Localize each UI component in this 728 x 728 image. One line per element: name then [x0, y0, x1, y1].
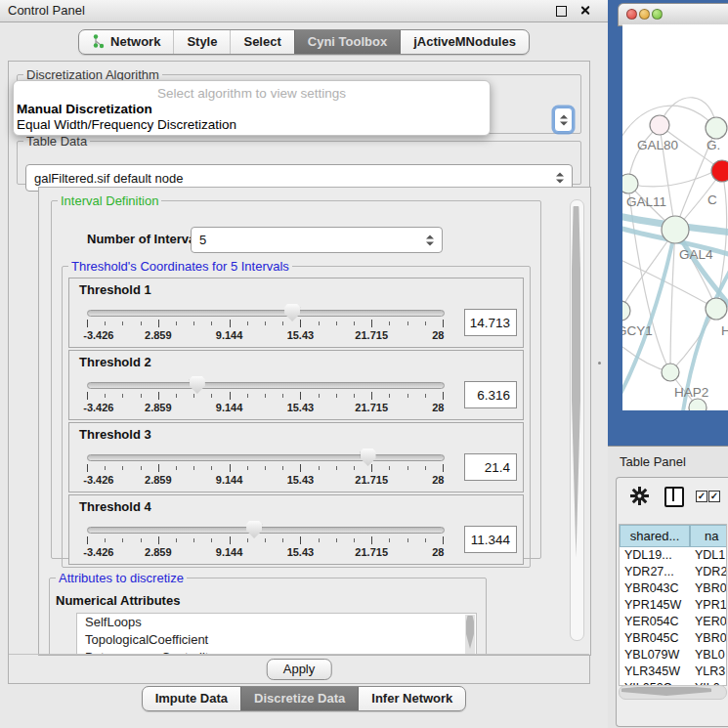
tick-label: 21.715: [355, 546, 388, 558]
table-header: shared... na: [620, 525, 727, 548]
table-panel-title: Table Panel: [620, 454, 686, 469]
slider-track[interactable]: [87, 382, 445, 389]
node-gal4[interactable]: [662, 216, 689, 243]
table-row[interactable]: YBR045CYBR0: [620, 631, 727, 648]
dropdown-option[interactable]: Equal Width/Frequency Discretization: [17, 117, 236, 132]
network-icon: [92, 34, 105, 49]
column-settings-icon[interactable]: [664, 487, 684, 507]
cell-shared-name: YER054C: [624, 615, 679, 628]
table-row[interactable]: YPR145WYPR1: [620, 598, 727, 615]
apply-row: Apply: [9, 654, 589, 684]
split-pane-handle[interactable]: [598, 362, 601, 364]
node-right-mid[interactable]: [706, 298, 727, 320]
tick-label: -3.426: [83, 329, 113, 341]
gear-icon[interactable]: [630, 487, 649, 505]
table-row[interactable]: YLR345WYLR3: [620, 664, 727, 681]
node-top-right[interactable]: [706, 117, 727, 139]
tab-infer-network[interactable]: Infer Network: [358, 687, 465, 710]
attributes-group: Attributes to discretize Numerical Attri…: [49, 571, 487, 656]
tab-impute-data[interactable]: Impute Data: [143, 687, 240, 710]
close-icon[interactable]: [579, 5, 590, 16]
slider-ticks: [87, 392, 443, 400]
apply-button[interactable]: Apply: [267, 659, 332, 680]
column-header[interactable]: shared...: [620, 525, 690, 547]
node-label: GAL11: [626, 194, 666, 209]
attribute-item[interactable]: SelfLoops: [77, 614, 476, 631]
close-traffic-light-icon[interactable]: [626, 9, 637, 20]
cell-name: YER0: [695, 615, 727, 628]
tick-label: 28: [432, 546, 444, 558]
slider-tick-labels: -3.4262.8599.14415.4321.71528: [87, 474, 443, 487]
slider-ticks: [87, 536, 443, 544]
table-row[interactable]: YBR043CYBR0: [620, 581, 727, 598]
tick-label: 2.859: [145, 474, 172, 486]
scrollbar-thumb[interactable]: [572, 206, 580, 558]
threshold-value-field[interactable]: 21.4: [464, 453, 517, 481]
threshold-panel: Threshold 4-3.4262.8599.14415.4321.71528…: [68, 494, 524, 565]
column-header[interactable]: na: [690, 525, 727, 547]
cell-shared-name: YBL079W: [624, 648, 679, 662]
vertical-scrollbar[interactable]: [570, 199, 584, 641]
threshold-panel: Threshold 2-3.4262.8599.14415.4321.71528…: [68, 350, 524, 420]
slider-track[interactable]: [87, 527, 445, 534]
tick-label: 9.144: [216, 474, 243, 486]
node-hap2[interactable]: [662, 364, 679, 381]
network-window-titlebar[interactable]: [618, 3, 728, 26]
thresholds-container: Threshold 1-3.4262.8599.14415.4321.71528…: [63, 278, 530, 565]
node-gcy1[interactable]: [622, 301, 630, 321]
threshold-slider[interactable]: -3.4262.8599.14415.4321.71528: [87, 495, 443, 564]
tick-label: -3.426: [83, 474, 113, 486]
slider-track[interactable]: [87, 454, 445, 461]
minimize-traffic-light-icon[interactable]: [639, 9, 650, 20]
node-table[interactable]: shared... na YDL19...YDL1YDR27...YDR2YBR…: [619, 524, 727, 686]
float-window-icon[interactable]: [556, 6, 567, 17]
node-gal80[interactable]: [650, 115, 669, 135]
node-red[interactable]: [711, 160, 728, 182]
algorithm-dropdown-button[interactable]: [554, 107, 573, 132]
slider-track[interactable]: [87, 310, 445, 317]
scrollbar-thumb[interactable]: [621, 687, 711, 696]
tab-select[interactable]: Select: [230, 30, 293, 54]
cell-name: YBR0: [695, 631, 727, 645]
network-canvas[interactable]: GAL80G.GAL11CGAL4GCY1HHAP2: [622, 24, 728, 410]
threshold-value-field[interactable]: 6.316: [464, 381, 517, 408]
number-of-intervals-label: Number of Intervals: [87, 232, 206, 246]
threshold-slider[interactable]: -3.4262.8599.14415.4321.71528: [87, 351, 443, 419]
node-bottom[interactable]: [689, 399, 707, 410]
table-row[interactable]: YDR27...YDR2: [620, 565, 727, 581]
threshold-value-field[interactable]: 14.713: [464, 309, 517, 336]
number-of-intervals-dropdown[interactable]: 5: [191, 227, 443, 253]
cell-name: YLR3: [695, 664, 725, 678]
tab-jactivemnodules[interactable]: jActiveMNodules: [400, 30, 529, 54]
numerical-attributes-list[interactable]: SelfLoopsTopologicalCoefficientBetweenne…: [76, 613, 477, 656]
table-row[interactable]: YBL079WYBL0: [620, 648, 727, 664]
group-title: Table Data: [23, 134, 90, 149]
cell-shared-name: YDL19...: [624, 548, 672, 562]
tab-discretize-data[interactable]: Discretize Data: [240, 687, 358, 710]
list-scrollbar[interactable]: [465, 615, 475, 656]
threshold-panel: Threshold 1-3.4262.8599.14415.4321.71528…: [68, 278, 524, 348]
horizontal-scrollbar[interactable]: [619, 685, 727, 700]
dropdown-option[interactable]: Manual Discretization: [17, 102, 152, 116]
tab-style[interactable]: Style: [173, 30, 230, 54]
tab-label: Network: [110, 34, 160, 49]
zoom-traffic-light-icon[interactable]: [652, 9, 663, 20]
node-label: G.: [707, 138, 720, 152]
tab-cyni-toolbox[interactable]: Cyni Toolbox: [294, 30, 400, 54]
tick-label: 15.43: [287, 402, 315, 413]
cell-name: YDL1: [695, 548, 725, 562]
threshold-slider[interactable]: -3.4262.8599.14415.4321.71528: [87, 278, 443, 347]
table-row[interactable]: YDL19...YDL1: [620, 548, 727, 565]
node-gal11[interactable]: [622, 174, 638, 193]
checkbox-icon[interactable]: ✓: [696, 491, 707, 502]
node-label: GAL80: [637, 138, 678, 152]
control-panel-titlebar: Control Panel: [0, 0, 608, 22]
slider-ticks: [87, 464, 443, 472]
tab-network[interactable]: Network: [79, 30, 173, 54]
table-row[interactable]: YER054CYER0: [620, 615, 727, 631]
threshold-value-field[interactable]: 11.344: [464, 526, 517, 553]
checkbox-icon[interactable]: ✓: [708, 491, 720, 502]
threshold-slider[interactable]: -3.4262.8599.14415.4321.71528: [87, 423, 443, 492]
interval-definition-group: Interval Definition Number of Intervals …: [51, 193, 541, 559]
attribute-item[interactable]: TopologicalCoefficient: [77, 631, 476, 649]
